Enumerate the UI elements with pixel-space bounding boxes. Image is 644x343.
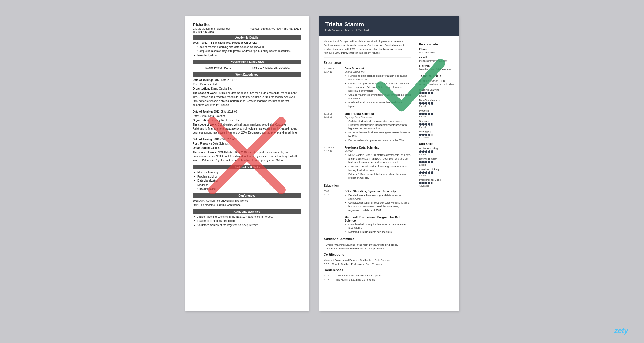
right-resume: Trisha Stamm Data Scientist, Microsoft C…: [319, 16, 459, 311]
skill-name-dbg: Debugging: [419, 130, 456, 133]
address-label: Address:: [250, 27, 260, 30]
skill-level-crt: Expert: [419, 174, 456, 177]
prog-right: NoSQL, Hadoop, VB, Cloudera: [241, 65, 301, 70]
company-3: Various: [345, 149, 411, 152]
work-section-header: Work Experience: [193, 72, 301, 77]
skill-level-is: Advanced: [419, 185, 456, 187]
skill-3: Data visualization: [197, 179, 301, 183]
exp-date-3: 2012-06 -2017-12: [324, 146, 342, 180]
edu-content-2: Microsoft Professional Program for Data …: [345, 216, 411, 234]
edu-degree-1: BS in Statistics, Syracuse University: [345, 190, 411, 193]
email-value: trishastamm@gmail.com: [202, 27, 231, 30]
skill-4: Modeling: [197, 183, 301, 187]
skill-2: Problem solving: [197, 175, 301, 179]
right-sidebar: Personal Info Phone 401-439-3501 E-mail …: [416, 36, 459, 286]
job-title-1: Data Scientist: [345, 67, 411, 70]
additional-1: Article "Machine Learning in the Next 10…: [197, 215, 301, 219]
org-val-1: Exend Capital Inc.: [211, 87, 232, 90]
skills-list: Machine learning Problem solving Data vi…: [193, 171, 301, 191]
skill-row-ps: Problem Solving Expert: [419, 147, 456, 156]
skill-row-dv: Data Visualization Expert: [419, 99, 456, 108]
skill-row-stat: Statistics Expert: [419, 120, 456, 128]
additional-list: Article "Machine Learning in the Next 10…: [193, 215, 301, 227]
exp-content-1: Data Scientist Exend Capital Inc. Fulfil…: [345, 67, 411, 108]
job-title-2: Junior Data Scientist: [345, 112, 411, 115]
edu-degree-2: Microsoft Professional Program for Data …: [345, 216, 411, 222]
edu-bullets-2: Completed all 10 required courses in Dat…: [345, 223, 411, 234]
conf-2: 2014 The Machine Learning Conference: [193, 203, 301, 207]
skill-dots-crt: [419, 171, 456, 174]
personal-info-title: Personal Info: [419, 43, 456, 46]
skill-dots-stat: [419, 123, 456, 126]
company-1: Exend Capital Inc.: [345, 70, 411, 73]
tel-label: Tel:: [193, 30, 197, 33]
experience-section-title: Experience: [324, 61, 411, 65]
edu-date-2: [324, 216, 342, 234]
edu-content-1: BS in Statistics, Syracuse University Ex…: [345, 190, 411, 212]
skill-dots-ct: [419, 161, 456, 163]
certifications-section-title: Certifications: [324, 253, 411, 256]
additional-3: Volunteer monthly at the Boylston St. So…: [197, 223, 301, 227]
phone-label: Phone: [419, 47, 456, 50]
skill-dots-ml: [419, 92, 456, 94]
skill-level-dv: Expert: [419, 105, 456, 108]
edu-entry-1: 2008 -2012 BS in Statistics, Syracuse Un…: [324, 190, 411, 212]
edu-date-1: 2008 -2012: [324, 190, 342, 212]
date-val-1: 2013-10 to 2017-12: [214, 79, 237, 82]
academic-section-header: Academic Details: [193, 35, 301, 40]
post-label-1: Post:: [193, 83, 199, 86]
skill-name-is: Interpersonal Skills: [419, 178, 456, 181]
right-summary: Microsoft and Google certified data scie…: [324, 39, 411, 58]
conf-entry-1: 2016 AAAI Conference on Artificial Intel…: [324, 274, 411, 277]
exp-entry-3: 2012-06 -2017-12 Freelance Data Scientis…: [324, 146, 411, 180]
skill-level-mod: Expert: [419, 115, 456, 118]
linkedin-value: linkedin.com/in/trishastamm: [419, 68, 456, 71]
academic-degree-line: 2008 – 2012 – BS in Statistics, Syracuse…: [193, 41, 301, 45]
skill-level-stat: Expert: [419, 126, 456, 128]
right-name: Trisha Stamm: [325, 21, 453, 28]
skill-level-ct: Expert: [419, 164, 456, 166]
exp-entry-1: 2013-10 -2017-12 Data Scientist Exend Ca…: [324, 67, 411, 108]
exp-date-1: 2013-10 -2017-12: [324, 67, 342, 108]
scope-label-1: The scope of work:: [193, 91, 217, 94]
prog-section-header: Programming Languages: [193, 60, 301, 64]
conf-year-2: 2014: [324, 278, 333, 281]
additional-section-title: Additional Activities: [324, 237, 411, 241]
post-val-1: Data Scientist: [200, 83, 217, 86]
work-entry-3: Date of Joining: 2012-06 to 2017-12 Post…: [193, 137, 301, 162]
address-value: 350 5th Ave New York, NY, 10118: [261, 27, 301, 30]
tel-value: 401-439-3501: [197, 30, 214, 33]
conferences-section-title-right: Conferences: [324, 268, 411, 272]
cert-1: Microsoft Professional Program Certifica…: [324, 259, 411, 261]
right-header: Trisha Stamm Data Scientist, Microsoft C…: [319, 16, 459, 36]
right-title: Data Scientist, Microsoft Certified: [325, 29, 453, 32]
skill-level-dbg: Advanced: [419, 136, 456, 139]
academic-bullet-3: President, AI club.: [197, 54, 301, 58]
left-resume: Trisha Stamm E-Mail: trishastamm@gmail.c…: [185, 16, 309, 311]
phone-value: 401-439-3501: [419, 51, 456, 54]
skill-5: Critical thinking: [197, 187, 301, 191]
skill-dots-dbg: [419, 134, 456, 136]
exp-bullets-2: Collaborated with all team members to op…: [345, 119, 411, 142]
education-section-title: Education: [324, 184, 411, 187]
left-name: Trisha Stamm: [193, 23, 301, 27]
exp-bullets-3: NCAAMaster: Beat 200+ statistics profess…: [345, 153, 411, 179]
skill-row-ct: Critical Thinking Expert: [419, 157, 456, 166]
date-label-1: Date of Joining:: [193, 79, 213, 82]
conf-entry-2: 2014 The Machine Learning Conference: [324, 278, 411, 281]
skill-dots-mod: [419, 113, 456, 115]
add-act-1: Article "Machine Learning in the Next 10…: [324, 243, 411, 246]
job-title-3: Freelance Data Scientist: [345, 146, 411, 149]
linkedin-label: LinkedIn: [419, 64, 456, 67]
conf-name-2: The Machine Learning Conference: [336, 278, 375, 281]
prog-left: R Studio, Python, PERL: [193, 65, 241, 70]
exp-entry-2: 2012-08 -2013-09 Junior Data Scientist S…: [324, 112, 411, 142]
skill-name-stat: Statistics: [419, 120, 456, 123]
tech-skills-title: Technical Skills: [419, 74, 456, 78]
edu-entry-2: Microsoft Professional Program for Data …: [324, 216, 411, 234]
skill-row-dbg: Debugging Advanced: [419, 130, 456, 139]
skill-dots-ps: [419, 150, 456, 153]
academic-bullet-1: Good at machine learning and data scienc…: [197, 45, 301, 49]
right-main: Microsoft and Google certified data scie…: [319, 36, 416, 286]
work-entry-2: Date of Joining: 2012-08 to 2013-09 Post…: [193, 110, 301, 135]
